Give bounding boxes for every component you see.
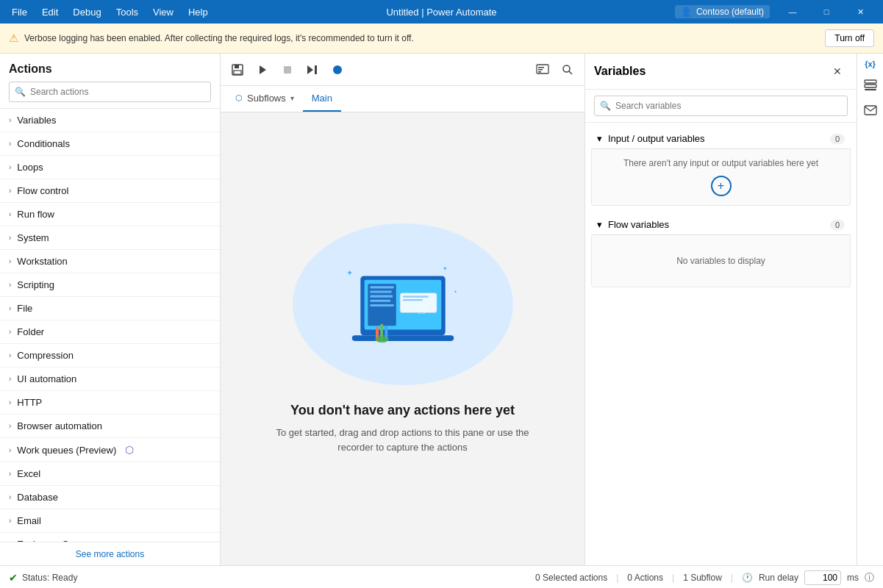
action-item-exchange-server[interactable]: › Exchange Server [0, 533, 220, 542]
svg-rect-4 [284, 66, 291, 74]
svg-rect-21 [370, 286, 393, 288]
action-label: Run flow [17, 209, 54, 220]
chevron-right-icon: › [9, 446, 11, 454]
menu-help[interactable]: Help [182, 5, 214, 19]
flow-toolbar [221, 54, 585, 86]
right-icons-panel: {x} [857, 54, 883, 565]
action-item-database[interactable]: › Database [0, 486, 220, 509]
action-label: Excel [17, 468, 40, 479]
action-item-compression[interactable]: › Compression [0, 344, 220, 368]
selected-actions-count: 0 Selected actions [535, 573, 607, 583]
tab-main[interactable]: Main [303, 86, 341, 112]
info-icon[interactable]: ⓘ [865, 571, 874, 584]
close-button[interactable]: ✕ [843, 0, 877, 24]
search-input[interactable] [9, 82, 211, 102]
action-item-http[interactable]: › HTTP [0, 391, 220, 415]
action-item-run-flow[interactable]: › Run flow [0, 203, 220, 226]
action-item-loops[interactable]: › Loops [0, 156, 220, 179]
flow-variables-title: Flow variables [608, 219, 824, 230]
account-icon: 👤 [681, 7, 692, 17]
svg-rect-30 [351, 335, 453, 341]
tab-subflows-label: Subflows [247, 93, 286, 104]
svg-rect-23 [370, 295, 393, 298]
action-item-work-queues[interactable]: › Work queues (Preview) ⬡ [0, 438, 220, 462]
collapse-icon: ▾ [597, 133, 602, 144]
status-text: Status: Ready [22, 573, 77, 583]
menu-file[interactable]: File [6, 5, 33, 19]
flow-variables-section: ▾ Flow variables 0 No variables to displ… [591, 215, 851, 287]
chevron-right-icon: › [9, 116, 11, 124]
action-item-system[interactable]: › System [0, 226, 220, 250]
action-item-variables[interactable]: › Variables [0, 109, 220, 132]
actions-panel: Actions 🔍 › Variables › Conditionals › L… [0, 54, 221, 565]
action-label: System [17, 232, 49, 243]
next-step-button[interactable] [301, 59, 323, 81]
flow-variables-content: No variables to display [591, 235, 851, 287]
recorder-icon-button[interactable] [532, 59, 554, 81]
maximize-button[interactable]: □ [809, 0, 843, 24]
variables-search-input[interactable] [594, 96, 848, 116]
flow-toolbar-left [226, 59, 348, 81]
action-label: Database [17, 492, 58, 503]
menu-edit[interactable]: Edit [36, 5, 64, 19]
turn-off-button[interactable]: Turn off [825, 29, 874, 47]
tab-subflows[interactable]: ⬡ Subflows ▾ [226, 86, 303, 112]
action-item-ui-automation[interactable]: › UI automation [0, 368, 220, 391]
add-variable-button[interactable]: + [711, 176, 732, 196]
layers-icon-button[interactable] [859, 74, 882, 96]
flow-variables-header[interactable]: ▾ Flow variables 0 [591, 215, 851, 235]
action-label: Compression [17, 350, 74, 361]
action-item-flow-control[interactable]: › Flow control [0, 179, 220, 203]
flow-toolbar-right [532, 59, 579, 81]
actions-list: › Variables › Conditionals › Loops › Flo… [0, 108, 220, 542]
svg-text:✦: ✦ [346, 269, 353, 278]
action-item-conditionals[interactable]: › Conditionals [0, 132, 220, 156]
input-output-content: There aren't any input or output variabl… [591, 149, 851, 206]
action-label: UI automation [17, 373, 76, 384]
chevron-down-icon: ▾ [290, 94, 294, 102]
action-label: Browser automation [17, 420, 102, 431]
minimize-button[interactable]: — [776, 0, 809, 24]
svg-rect-37 [865, 89, 876, 90]
menu-view[interactable]: View [147, 5, 179, 19]
record-button[interactable] [326, 59, 348, 81]
variables-header: Variables ✕ [585, 54, 857, 90]
stop-button[interactable] [276, 59, 298, 81]
save-button[interactable] [226, 59, 249, 81]
app-title: Untitled | Power Automate [386, 7, 496, 18]
empty-title: You don't have any actions here yet [290, 403, 515, 418]
see-more-link[interactable]: See more actions [76, 549, 144, 559]
see-more-section: See more actions [0, 542, 220, 565]
account-button[interactable]: 👤 Contoso (default) [675, 5, 770, 18]
flow-variables-empty-text: No variables to display [598, 244, 844, 278]
action-item-folder[interactable]: › Folder [0, 320, 220, 344]
action-item-scripting[interactable]: › Scripting [0, 273, 220, 297]
action-item-workstation[interactable]: › Workstation [0, 250, 220, 273]
svg-point-7 [333, 65, 342, 74]
variable-sidebar-toggle[interactable]: {x} [865, 60, 876, 68]
chevron-right-icon: › [9, 140, 11, 148]
action-label: Scripting [17, 279, 54, 290]
action-item-email[interactable]: › Email [0, 509, 220, 533]
action-item-excel[interactable]: › Excel [0, 462, 220, 486]
email-icon-button[interactable] [859, 99, 882, 121]
menu-tools[interactable]: Tools [110, 5, 144, 19]
svg-rect-36 [865, 85, 876, 87]
chevron-right-icon: › [9, 328, 11, 336]
separator3: | [731, 573, 733, 583]
run-delay-input[interactable] [804, 570, 841, 585]
action-label: Flow control [17, 185, 68, 196]
flow-variables-count: 0 [830, 220, 845, 230]
input-output-header[interactable]: ▾ Input / output variables 0 [591, 129, 851, 149]
action-label: File [17, 303, 32, 314]
search-canvas-button[interactable] [557, 59, 579, 81]
action-item-browser-automation[interactable]: › Browser automation [0, 415, 220, 438]
variables-close-button[interactable]: ✕ [827, 61, 848, 82]
play-button[interactable] [251, 59, 274, 81]
menu-debug[interactable]: Debug [67, 5, 107, 19]
svg-rect-38 [865, 106, 876, 115]
svg-rect-10 [538, 69, 543, 71]
actions-title: Actions [0, 54, 220, 82]
collapse-icon: ▾ [597, 219, 602, 230]
action-item-file[interactable]: › File [0, 297, 220, 320]
